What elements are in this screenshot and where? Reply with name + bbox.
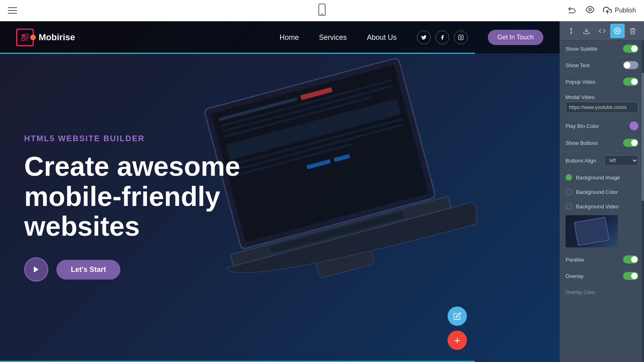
website-preview: Mobirise Home Services About Us — [0, 21, 559, 362]
svg-rect-7 — [25, 38, 28, 41]
modal-video-row: Modal Video — [560, 90, 644, 117]
trash-tool-button[interactable] — [625, 24, 640, 38]
parallax-toggle[interactable] — [623, 255, 638, 263]
svg-marker-26 — [34, 267, 39, 273]
phone-icon[interactable] — [317, 4, 327, 17]
hero-content: HTML5 WEBSITE BUILDER Create awesome mob… — [24, 134, 266, 282]
show-subtitle-label: Show Subtitle — [566, 46, 598, 52]
modal-video-label: Modal Video — [566, 94, 594, 100]
show-text-row: Show Text — [560, 57, 644, 74]
show-subtitle-row: Show Subtitle — [560, 41, 644, 57]
svg-rect-6 — [22, 38, 25, 41]
show-buttons-row: Show Buttons — [560, 135, 644, 151]
facebook-icon[interactable] — [436, 31, 449, 44]
modal-video-input[interactable] — [566, 102, 638, 113]
lets-start-button[interactable]: Let's Start — [56, 260, 120, 280]
code-tool-button[interactable] — [595, 24, 609, 38]
hero-buttons: Let's Start — [24, 257, 266, 282]
twitter-icon[interactable] — [417, 31, 431, 44]
download-tool-button[interactable] — [579, 24, 594, 38]
show-text-toggle[interactable] — [623, 61, 638, 69]
show-buttons-label: Show Buttons — [566, 140, 598, 146]
show-subtitle-toggle[interactable] — [623, 45, 638, 53]
show-text-label: Show Text — [566, 62, 590, 68]
parallax-row: Parallax — [560, 251, 644, 268]
svg-rect-5 — [25, 34, 28, 37]
background-image-label: Background Image — [576, 175, 620, 181]
site-nav-links: Home Services About Us Get In Touch — [279, 30, 543, 45]
overlay-row: Overlay — [560, 268, 644, 284]
hero-subtitle: HTML5 WEBSITE BUILDER — [24, 134, 266, 143]
instagram-icon[interactable] — [454, 31, 468, 44]
toolbar-left — [8, 7, 17, 14]
buttons-align-row: Buttons Align left center right — [560, 151, 644, 170]
add-fab[interactable]: + — [448, 331, 467, 350]
hamburger-icon[interactable] — [8, 7, 17, 14]
popup-video-label: Popup Video — [566, 79, 595, 85]
toolbar-center — [317, 4, 327, 17]
nav-social — [417, 31, 468, 44]
hero-title-line2: mobile-friendly websites — [24, 181, 220, 242]
edit-fab[interactable] — [448, 306, 467, 326]
buttons-align-select[interactable]: left center right — [604, 155, 638, 166]
play-btn-color-label: Play Btn Color — [566, 123, 599, 129]
background-color-row: Background Color — [560, 185, 644, 199]
logo-text: Mobirise — [39, 32, 75, 43]
panel-scrollbar[interactable] — [642, 41, 644, 362]
parallax-label: Parallax — [566, 257, 584, 263]
hero-title: Create awesome mobile-friendly websites — [24, 151, 266, 241]
thumbnail-inner — [566, 215, 618, 247]
extra-setting-row: Overlay Color — [560, 284, 644, 300]
show-buttons-toggle[interactable] — [623, 139, 638, 147]
popup-video-toggle[interactable] — [623, 78, 638, 86]
background-thumbnail — [566, 215, 618, 247]
overlay-toggle[interactable] — [623, 272, 638, 280]
background-video-row: Background Video — [560, 199, 644, 214]
background-color-label: Background Color — [576, 189, 618, 195]
panel-toolbar — [560, 21, 644, 41]
background-color-radio[interactable] — [566, 189, 572, 195]
nav-link-home[interactable]: Home — [279, 33, 299, 42]
svg-rect-4 — [22, 34, 25, 37]
thumbnail-laptop — [574, 217, 609, 246]
overlay-label: Overlay — [566, 273, 584, 279]
play-btn-color-row: Play Btn Color — [560, 117, 644, 135]
svg-point-29 — [617, 30, 619, 32]
hero-title-line1: Create awesome — [24, 151, 240, 181]
background-image-radio[interactable] — [566, 174, 572, 181]
top-toolbar: Publish — [0, 0, 644, 21]
hero-section: HTML5 WEBSITE BUILDER Create awesome mob… — [0, 21, 559, 362]
play-btn-color-swatch[interactable] — [630, 121, 638, 130]
svg-point-2 — [589, 8, 591, 11]
background-video-radio[interactable] — [566, 203, 572, 210]
main-area: Mobirise Home Services About Us — [0, 21, 644, 362]
site-logo: Mobirise — [16, 29, 75, 46]
publish-label: Publish — [615, 7, 636, 14]
site-nav: Mobirise Home Services About Us — [0, 21, 559, 53]
publish-button[interactable]: Publish — [603, 6, 636, 15]
undo-icon[interactable] — [568, 5, 577, 16]
svg-rect-8 — [458, 35, 463, 40]
sort-tool-button[interactable] — [564, 24, 578, 38]
logo-icon — [16, 29, 34, 46]
background-video-label: Background Video — [576, 204, 619, 210]
right-panel: Show Subtitle Show Text Popup Video — [559, 21, 644, 362]
play-button[interactable] — [24, 257, 48, 282]
extra-setting-label: Overlay Color — [566, 290, 595, 295]
panel-settings: Show Subtitle Show Text Popup Video — [560, 41, 644, 362]
panel-scrollbar-thumb — [642, 73, 644, 202]
nav-link-about[interactable]: About Us — [367, 33, 397, 42]
buttons-align-label: Buttons Align — [566, 158, 596, 164]
section-border-top — [0, 53, 475, 54]
settings-tool-button[interactable] — [610, 24, 625, 38]
popup-video-row: Popup Video — [560, 74, 644, 90]
toolbar-right: Publish — [568, 5, 636, 16]
fab-container: + — [448, 306, 467, 350]
preview-icon[interactable] — [585, 5, 595, 16]
background-image-row: Background Image — [560, 170, 644, 185]
get-in-touch-button[interactable]: Get In Touch — [488, 30, 543, 45]
nav-link-services[interactable]: Services — [319, 33, 347, 42]
